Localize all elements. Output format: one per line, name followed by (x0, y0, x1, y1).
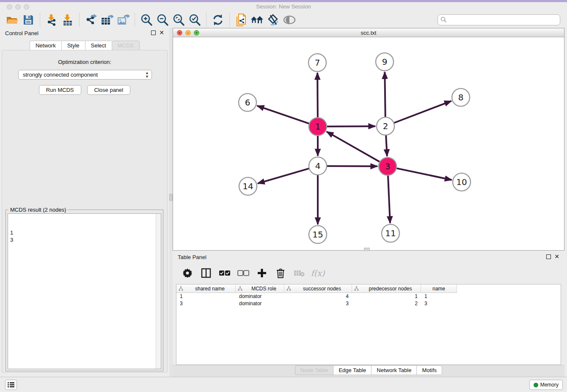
edge-2-8[interactable] (394, 101, 451, 123)
tab-style[interactable]: Style (61, 41, 85, 50)
table-float-icon[interactable] (546, 254, 551, 259)
hide-selected-button[interactable] (281, 13, 297, 27)
table-close-icon[interactable]: ✕ (554, 254, 559, 259)
table-cell[interactable]: 3 (176, 300, 236, 307)
zoom-selected-button[interactable] (187, 13, 203, 27)
tab-mcds[interactable]: MCDS (112, 41, 140, 50)
show-columns-button[interactable] (200, 267, 212, 279)
edge-3-11[interactable] (388, 175, 390, 223)
panel-divider-handle[interactable] (169, 194, 173, 201)
graph-node-10[interactable]: 10 (453, 173, 471, 191)
graph-node-2[interactable]: 2 (377, 117, 394, 135)
table-tabs: Node TableEdge TableNetwork TableMotifs (173, 365, 564, 375)
refresh-button[interactable] (210, 13, 226, 27)
import-table-button[interactable] (60, 13, 76, 27)
open-file-button[interactable] (4, 13, 20, 27)
column-type-icon (354, 286, 359, 291)
graph-node-14[interactable]: 14 (239, 177, 257, 195)
column-header-MCDS-role[interactable]: MCDS role (236, 284, 284, 293)
graph-node-3[interactable]: 3 (379, 157, 396, 175)
table-cell[interactable]: 3 (421, 300, 457, 307)
network-window-titlebar[interactable]: ✕ − + scc.txt (173, 28, 564, 37)
edge-1-2[interactable] (327, 126, 375, 127)
edge-1-7[interactable] (317, 73, 318, 118)
memory-button[interactable]: Memory (529, 380, 563, 390)
annotation-button[interactable] (265, 13, 281, 27)
zoom-out-icon (156, 14, 169, 26)
graph-node-15[interactable]: 15 (309, 226, 327, 243)
tab-node-table[interactable]: Node Table (295, 365, 333, 375)
clone-network-button[interactable] (233, 13, 249, 27)
first-neighbors-button[interactable] (249, 13, 265, 27)
edge-2-3[interactable] (386, 135, 387, 156)
zoom-out-button[interactable] (154, 13, 171, 27)
tab-select[interactable]: Select (85, 41, 112, 50)
table-row[interactable]: 3dominator323 (176, 300, 561, 307)
network-canvas[interactable]: 7968124314101511 (173, 38, 564, 250)
edge-4-3[interactable] (327, 166, 377, 166)
status-bar: Memory (0, 377, 567, 392)
run-mcds-button[interactable]: Run MCDS (39, 85, 81, 95)
open-folder-icon (6, 14, 19, 25)
column-header-name[interactable]: name (421, 284, 457, 293)
refresh-icon (212, 14, 224, 26)
table-cell[interactable]: 1 (176, 293, 236, 300)
column-header-predecessor-nodes[interactable]: predecessor nodes (352, 284, 421, 293)
column-type-icon (238, 286, 242, 291)
graph-node-8[interactable]: 8 (452, 88, 470, 106)
control-panel: Control Panel ✕ NetworkStyleSelectMCDS O… (0, 28, 169, 377)
table-cell[interactable]: 3 (284, 300, 352, 307)
float-panel-icon[interactable] (151, 30, 156, 35)
graph-node-11[interactable]: 11 (382, 224, 399, 242)
table-row[interactable]: 1dominator411 (176, 293, 561, 300)
close-panel-icon[interactable]: ✕ (159, 30, 164, 36)
table-cell[interactable]: dominator (236, 300, 284, 307)
select-all-rows-button[interactable] (218, 267, 231, 279)
edge-3-10[interactable] (396, 168, 452, 180)
table-cell[interactable]: 1 (352, 293, 421, 300)
export-network-button[interactable] (83, 13, 99, 27)
graph-node-7[interactable]: 7 (308, 54, 326, 72)
edge-2-9[interactable] (385, 72, 385, 117)
table-cell[interactable]: 1 (421, 293, 457, 300)
graph-node-1[interactable]: 1 (309, 118, 327, 135)
save-session-button[interactable] (20, 13, 36, 27)
tab-network[interactable]: Network (30, 41, 61, 50)
graph-node-9[interactable]: 9 (376, 53, 394, 71)
export-image-button[interactable] (115, 13, 131, 27)
mcds-result-text[interactable]: 1 3 (8, 213, 161, 369)
graph-node-4[interactable]: 4 (309, 157, 327, 175)
graph-node-6[interactable]: 6 (239, 94, 256, 111)
result-scrollbar[interactable] (156, 214, 161, 369)
tab-edge-table[interactable]: Edge Table (333, 365, 371, 375)
import-network-button[interactable] (44, 13, 60, 27)
criterion-dropdown[interactable]: strongly connected component ▲▼ (18, 70, 152, 80)
export-table-button[interactable] (99, 13, 115, 27)
table-cell[interactable]: 4 (284, 293, 352, 300)
edge-4-14[interactable] (258, 168, 309, 183)
table-settings-button[interactable] (181, 267, 194, 279)
column-header-shared-name[interactable]: shared name (176, 284, 236, 293)
tab-motifs[interactable]: Motifs (416, 365, 442, 375)
create-column-button[interactable] (256, 267, 268, 279)
zoom-in-button[interactable] (138, 13, 154, 27)
column-header-successor-nodes[interactable]: successor nodes (284, 284, 352, 293)
table-cell[interactable]: dominator (236, 293, 284, 300)
close-panel-button[interactable]: Close panel (87, 85, 131, 95)
table-cell[interactable]: 2 (352, 300, 421, 307)
edge-1-6[interactable] (257, 106, 309, 124)
network-table-divider-handle[interactable] (364, 248, 370, 251)
delete-column-button[interactable] (274, 267, 287, 279)
search-icon (440, 17, 447, 23)
session-title: Session: New Session (0, 3, 567, 10)
zoom-fit-button[interactable] (171, 13, 187, 27)
clone-network-icon (235, 13, 248, 27)
task-history-button[interactable] (5, 380, 17, 390)
deselect-all-rows-button[interactable] (237, 267, 250, 279)
edge-3-1[interactable] (327, 132, 380, 162)
search-input[interactable] (438, 14, 560, 25)
node-label: 6 (245, 97, 250, 108)
control-panel-title: Control Panel (5, 30, 39, 36)
node-label: 14 (242, 181, 253, 191)
tab-network-table[interactable]: Network Table (371, 365, 416, 375)
